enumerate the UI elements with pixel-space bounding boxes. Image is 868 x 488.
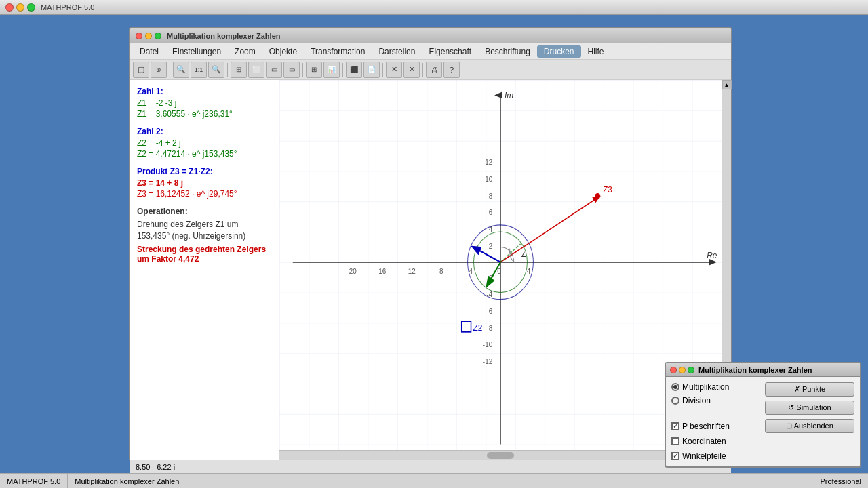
content-area: Zahl 1: Z1 = -2 -3 j Z1 = 3,60555 · e^ j… [130,80,731,460]
zahl1-val2: Z1 = 3,60555 · e^ j236,31° [137,109,272,119]
toolbar-btn-frame[interactable]: ⬛ [346,62,362,78]
svg-text:Z2: Z2 [473,323,482,333]
radio-multiplikation-label: Multiplikation [682,382,729,392]
app-title: MATHPROF 5.0 [41,3,94,12]
radio-multiplikation[interactable]: Multiplikation [671,382,761,392]
svg-text:10: 10 [485,174,492,183]
svg-text:-16: -16 [376,266,386,275]
sub-win-buttons: ✗ Punkte ↺ Simulation ⊟ Ausblenden [765,382,854,461]
radio-multiplikation-btn[interactable] [671,383,679,391]
toolbar-sep-5 [382,63,383,77]
win-close-button[interactable] [136,33,142,39]
sub-window-title: Multiplikation komplexer Zahlen [698,366,812,374]
toolbar-btn-cross1[interactable]: ✕ [386,62,402,78]
toolbar-btn-grid[interactable]: ⊞ [231,62,247,78]
sub-win-minimize[interactable] [679,367,686,373]
check-winkelpfeile-label: Winkelpfeile [682,451,726,461]
check-pbeschriften[interactable]: P beschriften [671,422,761,431]
svg-text:-8: -8 [486,323,492,332]
check-pbeschriften-box[interactable] [671,422,679,430]
menu-drucken[interactable]: Drucken [537,45,581,58]
sub-win-left: Multiplikation Division P beschriften Ko… [671,382,761,461]
module-name-segment: Multiplikation komplexer Zahlen [68,474,186,488]
toolbar-sep-3 [302,63,303,77]
menu-eigenschaft[interactable]: Eigenschaft [422,45,478,58]
check-koordinaten-box[interactable] [671,437,679,445]
toolbar-btn-zoom-in[interactable]: 🔍 [208,62,224,78]
toolbar-btn-print[interactable]: 🖨 [426,62,442,78]
win-traffic-lights[interactable] [136,33,161,39]
menu-objekte[interactable]: Objekte [262,45,304,58]
toolbar-btn-expand[interactable]: ⬜ [248,62,264,78]
toolbar-btn-coord[interactable]: ⊕ [151,62,167,78]
maximize-button[interactable] [27,3,35,12]
op-val2: Streckung des gedrehten Zeigers um Fakto… [137,245,272,264]
svg-text:-6: -6 [486,306,492,315]
radio-division[interactable]: Division [671,396,761,405]
op-label: Operationen: [137,207,272,216]
radio-division-btn[interactable] [671,396,679,405]
operation-radio-group: Multiplikation Division [671,382,761,405]
svg-text:2: 2 [489,241,493,250]
graph-area[interactable]: Re Im -20 -16 -12 -8 -4 0 4 [279,80,722,460]
toolbar-btn-zoom-out[interactable]: 🔍 [173,62,189,78]
menu-hilfe[interactable]: Hilfe [581,45,611,58]
toolbar-btn-cursor[interactable]: ▢ [133,62,149,78]
sub-win-maximize[interactable] [688,367,694,373]
svg-text:-10: -10 [483,340,492,349]
win-minimize-button[interactable] [145,33,152,39]
status-bar: 8.50 - 6.22 i [130,460,731,473]
svg-text:-12: -12 [406,266,415,275]
toolbar: ▢ ⊕ 🔍 1:1 🔍 ⊞ ⬜ ▭ ▭ ⊞ 📊 ⬛ 📄 ✕ ✕ 🖨 ? [130,60,731,80]
sub-window: Multiplikation komplexer Zahlen Multipli… [665,362,861,468]
svg-text:-4: -4 [467,266,473,275]
check-winkelpfeile[interactable]: Winkelpfeile [671,451,761,461]
toolbar-btn-zoom-reset[interactable]: 1:1 [191,62,207,78]
menu-darstellen[interactable]: Darstellen [372,45,422,58]
edition-label: Professional [820,477,861,485]
svg-text:12: 12 [485,158,492,167]
minimize-button[interactable] [16,3,24,12]
produkt-label: Produkt Z3 = Z1·Z2: [137,167,272,176]
svg-text:Re: Re [707,251,717,261]
menu-beschriftung[interactable]: Beschriftung [478,45,537,58]
sub-win-close[interactable] [670,367,677,373]
svg-point-38 [595,193,600,199]
toolbar-btn-box2[interactable]: ▭ [283,62,300,78]
toolbar-btn-table[interactable]: ⊞ [306,62,322,78]
app-traffic-lights[interactable] [5,3,35,12]
svg-text:8: 8 [489,191,493,200]
toolbar-btn-help[interactable]: ? [443,62,460,78]
horizontal-scrollbar[interactable] [279,450,722,460]
ausblenden-button[interactable]: ⊟ Ausblenden [765,419,854,433]
toolbar-sep-4 [342,63,343,77]
graph-svg: Re Im -20 -16 -12 -8 -4 0 4 [279,80,722,460]
menu-transformation[interactable]: Transformation [304,45,372,58]
toolbar-btn-cross2[interactable]: ✕ [403,62,420,78]
h-scroll-thumb[interactable] [487,452,514,459]
check-winkelpfeile-box[interactable] [671,452,679,460]
coordinates-display: 8.50 - 6.22 i [136,463,175,471]
close-button[interactable] [5,3,14,12]
op-val1: Drehung des Zeigers Z1 um 153,435° (neg.… [137,219,272,242]
menu-zoom[interactable]: Zoom [228,45,262,58]
toolbar-btn-box1[interactable]: ▭ [266,62,282,78]
check-koordinaten[interactable]: Koordinaten [671,436,761,446]
module-name: Multiplikation komplexer Zahlen [75,477,179,485]
toolbar-sep-1 [170,63,170,77]
punkte-button[interactable]: ✗ Punkte [765,382,854,396]
app-name: MATHPROF 5.0 [7,477,60,485]
menu-bar: Datei Einstellungen Zoom Objekte Transfo… [130,43,731,60]
edition-segment: Professional [813,477,868,485]
toolbar-btn-chart[interactable]: 📊 [323,62,340,78]
toolbar-btn-page[interactable]: 📄 [363,62,380,78]
menu-datei[interactable]: Datei [133,45,165,58]
produkt-val1: Z3 = 14 + 8 j [137,178,272,188]
produkt-val2: Z3 = 16,12452 · e^ j29,745° [137,189,272,199]
sub-win-traffic-lights[interactable] [670,367,694,373]
menu-einstellungen[interactable]: Einstellungen [165,45,228,58]
simulation-button[interactable]: ↺ Simulation [765,401,854,415]
zahl1-label: Zahl 1: [137,87,272,96]
v-scroll-up[interactable]: ▲ [722,80,732,89]
win-maximize-button[interactable] [155,33,161,39]
